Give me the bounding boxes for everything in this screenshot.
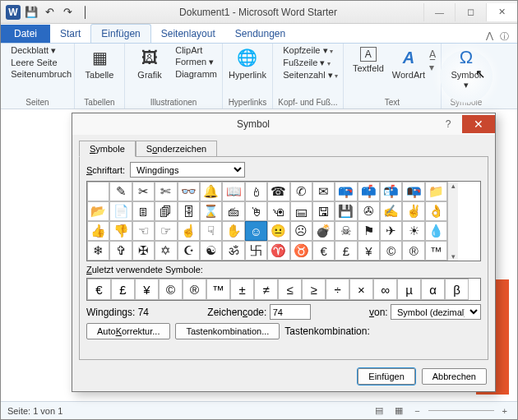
recent-cell[interactable]: ¥ [135, 279, 159, 300]
symbol-cell[interactable]: ☟ [200, 221, 222, 241]
dialog-help-button[interactable]: ? [434, 118, 462, 130]
symbol-cell[interactable]: ☪ [178, 241, 200, 261]
zoom-out-icon[interactable]: − [411, 406, 423, 416]
wordart-button[interactable]: AWordArt [389, 45, 428, 81]
fusszeile-button[interactable]: Fußzeile ▾ [278, 58, 338, 68]
symbol-cell[interactable]: 🕯 [245, 182, 267, 201]
zoom-slider[interactable] [428, 410, 494, 411]
symbol-cell[interactable]: ☜ [132, 221, 155, 241]
recent-cell[interactable]: € [87, 279, 111, 300]
textfeld-button[interactable]: ATextfeld [349, 45, 388, 75]
recent-cell[interactable]: ≥ [302, 279, 326, 300]
ribbon-collapse-icon[interactable]: ⋀ [486, 30, 493, 43]
abbrechen-button[interactable]: Abbrechen [422, 368, 487, 385]
symbol-cell[interactable]: ® [402, 241, 424, 261]
symbol-cell[interactable] [87, 182, 109, 201]
symbol-cell[interactable]: ✆ [290, 182, 312, 201]
symbol-cell[interactable]: ¥ [358, 241, 380, 261]
close-button[interactable]: ✕ [486, 3, 517, 21]
dialog-tab-sonderzeichen[interactable]: Sonderzeichen [136, 141, 217, 157]
symbol-cell[interactable]: 💾 [335, 201, 357, 221]
symbol-cell[interactable]: ☎ [267, 182, 289, 201]
symbol-cell[interactable]: ⌛ [200, 201, 222, 221]
object-icon[interactable]: ▾ [429, 62, 436, 73]
grafik-button[interactable]: 🖼Grafik [130, 45, 169, 81]
symbol-cell[interactable]: 📪 [335, 182, 357, 201]
symbol-cell[interactable]: 📬 [380, 182, 402, 201]
symbol-cell[interactable]: 📖 [222, 182, 244, 201]
symbol-cell[interactable]: ☞ [155, 221, 177, 241]
recent-cell[interactable]: ≤ [278, 279, 302, 300]
hyperlink-button[interactable]: 🌐Hyperlink [228, 45, 267, 81]
autokorrektur-button[interactable]: AutoKorrektur... [86, 323, 170, 339]
diagramm-button[interactable]: Diagramm [170, 69, 217, 79]
einfuegen-button[interactable]: Einfügen [358, 368, 414, 385]
qat-save-icon[interactable]: 💾 [24, 6, 39, 18]
leere-seite-button[interactable]: Leere Seite [6, 58, 69, 67]
tab-file[interactable]: Datei [1, 25, 50, 43]
symbol-cell[interactable]: 👌 [425, 201, 447, 221]
recent-cell[interactable]: ∞ [373, 279, 397, 300]
symbol-cell[interactable]: £ [335, 241, 357, 261]
symbol-cell[interactable]: ☺ [245, 221, 267, 241]
formen-button[interactable]: Formen ▾ [170, 57, 217, 67]
symbol-cell[interactable]: ✌ [402, 201, 424, 221]
symbol-cell[interactable]: 📫 [358, 182, 380, 201]
symbol-cell[interactable]: 🖮 [222, 201, 244, 221]
zeichencode-input[interactable] [270, 304, 311, 320]
kopfzeile-button[interactable]: Kopfzeile ▾ [278, 45, 338, 56]
symbol-cell[interactable]: ❄ [87, 241, 109, 261]
recent-cell[interactable]: ÷ [326, 279, 349, 300]
symbol-cell[interactable]: 🗏 [132, 201, 155, 221]
symbol-cell[interactable]: 😐 [267, 221, 289, 241]
seitenumbruch-button[interactable]: Seitenumbruch [6, 69, 69, 79]
symbol-cell[interactable]: 👓 [178, 182, 200, 201]
symbol-cell[interactable]: ☯ [200, 241, 222, 261]
recent-cell[interactable]: £ [111, 279, 135, 300]
help-icon[interactable]: ⓘ [500, 30, 509, 43]
schriftart-select[interactable]: Wingdings [130, 162, 245, 178]
symbol-cell[interactable]: ☀ [402, 221, 424, 241]
view-print-icon[interactable]: ▤ [372, 405, 386, 416]
symbol-cell[interactable]: © [380, 241, 402, 261]
symbol-cell[interactable]: ✉ [312, 182, 335, 201]
symbol-cell[interactable]: ✂ [132, 182, 155, 201]
clipart-button[interactable]: ClipArt [170, 45, 217, 55]
symbol-cell[interactable]: 📄 [109, 201, 132, 221]
von-select[interactable]: Symbol (dezimal) [391, 304, 481, 320]
recent-cell[interactable]: β [445, 279, 469, 300]
tabelle-button[interactable]: ▦Tabelle [80, 45, 119, 81]
seiten-menu[interactable]: Deckblatt ▾ Leere Seite Seitenumbruch [6, 45, 69, 79]
tastenkombination-button[interactable]: Tastenkombination... [175, 323, 280, 339]
zoom-in-icon[interactable]: + [499, 406, 511, 416]
symbol-cell[interactable]: 📁 [425, 182, 447, 201]
symbol-cell[interactable]: ॐ [222, 241, 244, 261]
symbol-cell[interactable]: ☹ [290, 221, 312, 241]
tab-sendungen[interactable]: Sendungen [225, 25, 295, 43]
recent-cell[interactable]: ™ [206, 279, 230, 300]
symbol-cell[interactable]: € [312, 241, 335, 261]
symbol-cell[interactable]: 👎 [109, 221, 132, 241]
recent-cell[interactable]: ® [183, 279, 206, 300]
symbol-cell[interactable]: 📂 [87, 201, 109, 221]
symbol-cell[interactable]: ✡ [155, 241, 177, 261]
recent-grid[interactable]: €£¥©®™±≠≤≥÷×∞µαβ [86, 278, 481, 301]
recent-cell[interactable]: µ [397, 279, 421, 300]
symbol-cell[interactable]: 🗐 [155, 201, 177, 221]
recent-cell[interactable]: ≠ [254, 279, 278, 300]
symbol-cell[interactable]: ✎ [109, 182, 132, 201]
maximize-button[interactable]: ◻ [455, 3, 486, 21]
symbol-cell[interactable]: 卐 [245, 241, 267, 261]
symbol-cell[interactable]: 🔔 [200, 182, 222, 201]
scroll-down-icon[interactable]: ▾ [451, 252, 456, 261]
symbol-cell[interactable]: 🖰 [245, 201, 267, 221]
symbol-cell[interactable]: 🖲 [267, 201, 289, 221]
symbol-cell[interactable]: 💧 [425, 221, 447, 241]
symbol-cell[interactable]: ™ [425, 241, 447, 261]
symbol-cell[interactable]: ✇ [358, 201, 380, 221]
qat-undo-icon[interactable]: ↶ [42, 6, 57, 18]
symbol-cell[interactable]: 🖴 [290, 201, 312, 221]
symbol-cell[interactable]: ✄ [155, 182, 177, 201]
view-web-icon[interactable]: ▦ [391, 405, 406, 416]
tab-einfuegen[interactable]: Einfügen [90, 24, 150, 43]
